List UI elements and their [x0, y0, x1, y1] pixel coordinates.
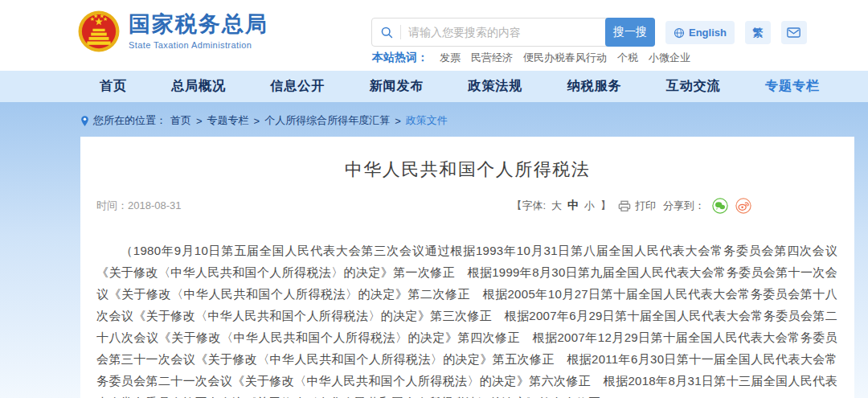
- font-size-controls: 【字体: 大 中 小 】: [511, 199, 611, 213]
- nav-item-news[interactable]: 新闻发布: [369, 78, 424, 95]
- hot-word-link[interactable]: 便民办税春风行动: [523, 51, 607, 65]
- print-label: 打印: [635, 199, 656, 213]
- article-toolbar: 【字体: 大 中 小 】: [511, 198, 751, 214]
- article-meta: 时间：2018-08-31 【字体: 大 中 小 】: [96, 197, 751, 215]
- english-label: English: [689, 27, 727, 39]
- article-card: 中华人民共和国个人所得税法 时间：2018-08-31 【字体: 大 中 小 】: [80, 137, 854, 398]
- page-body: 您所在的位置： 首页 > 专题专栏 > 个人所得综合所得年度汇算 > 政策文件 …: [0, 102, 868, 398]
- nav-item-home[interactable]: 首页: [100, 78, 127, 95]
- breadcrumb: 您所在的位置： 首页 > 专题专栏 > 个人所得综合所得年度汇算 > 政策文件: [80, 113, 448, 128]
- share-weibo-button[interactable]: [735, 198, 751, 214]
- national-emblem-icon: [78, 10, 120, 52]
- site-logo[interactable]: 国家税务总局 State Taxation Administration: [78, 10, 268, 52]
- nav-item-interaction[interactable]: 互动交流: [666, 78, 721, 95]
- hot-words-label: 本站热词：: [372, 51, 428, 65]
- globe-icon: [674, 27, 685, 39]
- traditional-chinese-button[interactable]: 繁: [745, 21, 771, 44]
- page: 国家税务总局 State Taxation Administration 搜一搜: [0, 0, 868, 398]
- search-box: 搜一搜: [371, 18, 655, 47]
- search-button[interactable]: 搜一搜: [605, 18, 655, 47]
- breadcrumb-separator: >: [196, 115, 203, 127]
- hot-word-link[interactable]: 发票: [440, 51, 461, 65]
- search-divider: [400, 25, 401, 39]
- nav-item-special-topics[interactable]: 专题专栏: [765, 78, 820, 95]
- main-nav: 首页 总局概况 信息公开 新闻发布 政策法规 纳税服务 互动交流 专题专栏: [0, 71, 868, 102]
- breadcrumb-separator: >: [254, 115, 260, 127]
- share-label: 分享到：: [663, 199, 705, 213]
- hot-word-link[interactable]: 民营经济: [471, 51, 513, 65]
- article-date-label: 时间：: [96, 199, 128, 211]
- nav-item-tax-services[interactable]: 纳税服务: [567, 78, 622, 95]
- site-subtitle: State Taxation Administration: [129, 40, 268, 50]
- breadcrumb-current[interactable]: 政策文件: [406, 113, 448, 128]
- wechat-icon: [712, 198, 728, 214]
- article-date: 2018-08-31: [128, 199, 182, 211]
- font-size-medium-button[interactable]: 中: [567, 199, 579, 213]
- nav-item-overview[interactable]: 总局概况: [171, 78, 226, 95]
- hot-word-link[interactable]: 小微企业: [649, 51, 690, 65]
- search-icon: [380, 26, 394, 39]
- breadcrumb-label: 您所在的位置：: [93, 113, 166, 128]
- breadcrumb-link[interactable]: 个人所得综合所得年度汇算: [264, 113, 390, 128]
- breadcrumb-link[interactable]: 首页: [170, 113, 191, 128]
- article-title: 中华人民共和国个人所得税法: [80, 158, 854, 182]
- font-size-small-button[interactable]: 小: [584, 199, 595, 213]
- share-wechat-button[interactable]: [712, 198, 728, 214]
- weibo-icon: [735, 198, 751, 214]
- breadcrumb-link[interactable]: 专题专栏: [207, 113, 249, 128]
- site-title: 国家税务总局: [129, 13, 268, 37]
- mail-icon: [787, 27, 800, 38]
- hot-words: 本站热词： 发票 民营经济 便民办税春风行动 个税 小微企业: [372, 51, 690, 65]
- english-button[interactable]: English: [665, 21, 735, 44]
- article-body: （1980年9月10日第五届全国人民代表大会第三次会议通过根据1993年10月3…: [96, 240, 837, 398]
- location-pin-icon: [80, 115, 89, 127]
- mail-button[interactable]: [781, 21, 807, 44]
- font-size-large-button[interactable]: 大: [551, 199, 562, 213]
- header-quick-links: English 繁: [665, 21, 807, 44]
- site-header: 国家税务总局 State Taxation Administration 搜一搜: [0, 0, 868, 71]
- nav-item-info-disclosure[interactable]: 信息公开: [270, 78, 325, 95]
- font-size-suffix: 】: [600, 199, 611, 213]
- printer-icon: [618, 200, 631, 212]
- font-size-prefix: 【字体:: [511, 199, 546, 213]
- nav-item-policies[interactable]: 政策法规: [469, 78, 523, 95]
- breadcrumb-separator: >: [395, 115, 401, 127]
- print-button[interactable]: 打印: [618, 199, 656, 213]
- hot-word-link[interactable]: 个税: [617, 51, 638, 65]
